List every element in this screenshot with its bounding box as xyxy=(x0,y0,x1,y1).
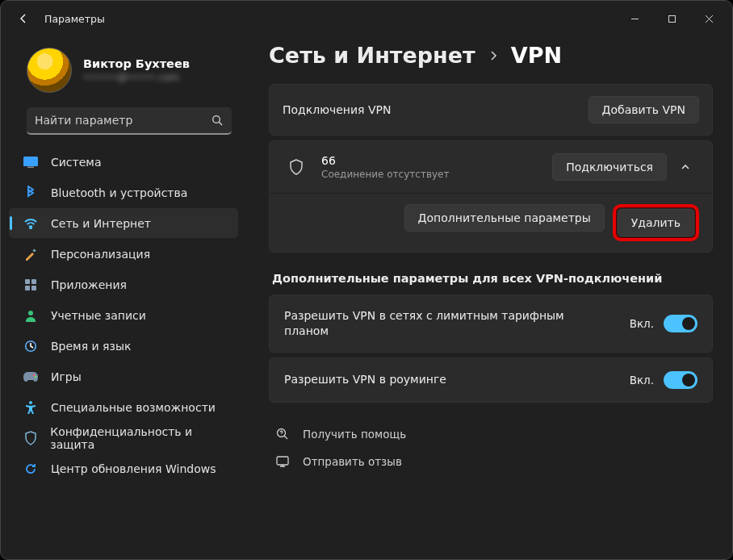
svg-rect-16 xyxy=(277,457,288,465)
sidebar-item-update[interactable]: Центр обновления Windows xyxy=(9,453,238,483)
sidebar-item-privacy[interactable]: Конфиденциальность и защита xyxy=(9,423,238,453)
toggle-metered-label: Разрешить VPN в сетях с лимитным тарифны… xyxy=(284,308,575,339)
breadcrumb-current: VPN xyxy=(511,43,562,68)
collapse-toggle[interactable] xyxy=(672,153,699,181)
toggle-roaming[interactable] xyxy=(664,371,697,389)
window-controls xyxy=(616,5,727,32)
chevron-right-icon xyxy=(487,49,500,62)
games-icon xyxy=(22,368,40,386)
svg-rect-3 xyxy=(27,166,34,168)
svg-rect-5 xyxy=(32,249,36,252)
privacy-icon xyxy=(22,429,39,447)
back-button[interactable] xyxy=(10,6,36,31)
profile-email: ••••••@•••••.com xyxy=(83,72,190,83)
toggle-metered-card: Разрешить VPN в сетях с лимитным тарифны… xyxy=(269,295,713,353)
sidebar-item-bluetooth[interactable]: Bluetooth и устройства xyxy=(9,178,238,207)
delete-highlight: Удалить xyxy=(613,204,699,241)
vpn-connections-card: Подключения VPN Добавить VPN xyxy=(269,84,713,136)
delete-button[interactable]: Удалить xyxy=(618,209,694,236)
settings-window: Параметры Виктор Бухтеев ••••••@•••••.co… xyxy=(0,0,733,560)
svg-rect-7 xyxy=(31,279,36,284)
vpn-item-actions: Дополнительные параметры Удалить xyxy=(270,193,712,252)
toggle-roaming-card: Разрешить VPN в роуминге Вкл. xyxy=(269,357,713,403)
svg-point-10 xyxy=(28,311,33,316)
feedback-icon xyxy=(274,454,291,469)
apps-icon xyxy=(22,276,40,294)
sidebar-item-accessibility[interactable]: Специальные возможности xyxy=(9,392,238,422)
titlebar: Параметры xyxy=(1,1,732,36)
add-vpn-button[interactable]: Добавить VPN xyxy=(588,96,699,123)
sidebar-item-accounts[interactable]: Учетные записи xyxy=(9,300,238,330)
toggle-roaming-state: Вкл. xyxy=(630,374,654,387)
vpn-item-name: 66 xyxy=(321,154,449,167)
shield-icon xyxy=(286,158,307,176)
sidebar-nav: СистемаBluetooth и устройстваСеть и Инте… xyxy=(4,144,241,484)
bluetooth-icon xyxy=(22,184,40,202)
vpn-item-card: 66 Соединение отсутствует Подключиться Д… xyxy=(269,140,713,253)
network-icon xyxy=(22,215,40,232)
arrow-left-icon xyxy=(17,12,30,25)
avatar xyxy=(27,48,72,93)
accessibility-icon xyxy=(22,399,40,416)
profile-block[interactable]: Виктор Бухтеев ••••••@•••••.com xyxy=(4,43,241,104)
personalize-icon xyxy=(22,245,40,263)
sidebar-item-label: Время и язык xyxy=(51,340,131,353)
help-icon xyxy=(274,427,291,441)
chevron-up-icon xyxy=(680,161,691,173)
sidebar-item-apps[interactable]: Приложения xyxy=(9,270,238,299)
svg-rect-2 xyxy=(23,157,38,166)
maximize-button[interactable] xyxy=(653,5,690,32)
feedback-link-label: Отправить отзыв xyxy=(303,455,402,468)
breadcrumb-parent[interactable]: Сеть и Интернет xyxy=(269,43,475,68)
close-button[interactable] xyxy=(690,5,727,32)
sidebar-item-time[interactable]: Время и язык xyxy=(9,331,238,361)
svg-point-4 xyxy=(30,227,31,228)
time-icon xyxy=(22,337,40,355)
vpn-connections-label: Подключения VPN xyxy=(283,103,391,116)
svg-point-14 xyxy=(29,401,32,404)
profile-name: Виктор Бухтеев xyxy=(83,57,190,70)
minimize-button[interactable] xyxy=(616,5,653,32)
maximize-icon xyxy=(668,15,676,23)
toggle-roaming-label: Разрешить VPN в роуминге xyxy=(284,372,446,387)
svg-rect-6 xyxy=(25,279,30,284)
sidebar: Виктор Бухтеев ••••••@•••••.com СистемаB… xyxy=(1,36,245,559)
advanced-section-title: Дополнительные параметры для всех VPN-по… xyxy=(272,272,713,285)
svg-point-12 xyxy=(33,374,35,375)
svg-rect-9 xyxy=(31,286,36,290)
sidebar-item-label: Bluetooth и устройства xyxy=(51,186,187,199)
help-link-label: Получить помощь xyxy=(303,428,406,441)
sidebar-item-label: Система xyxy=(51,156,101,169)
svg-point-1 xyxy=(213,116,220,123)
minimize-icon xyxy=(630,15,639,23)
toggle-metered-state: Вкл. xyxy=(630,317,654,330)
vpn-item-status: Соединение отсутствует xyxy=(321,169,449,180)
svg-point-13 xyxy=(35,375,36,377)
sidebar-item-network[interactable]: Сеть и Интернет xyxy=(9,208,238,238)
main-content: Сеть и Интернет VPN Подключения VPN Доба… xyxy=(245,36,732,559)
search-icon xyxy=(211,114,224,127)
advanced-params-button[interactable]: Дополнительные параметры xyxy=(404,204,605,232)
accounts-icon xyxy=(22,307,40,324)
toggle-metered[interactable] xyxy=(664,315,697,332)
sidebar-item-personalize[interactable]: Персонализация xyxy=(9,239,238,269)
connect-button[interactable]: Подключиться xyxy=(552,153,667,181)
breadcrumb: Сеть и Интернет VPN xyxy=(269,43,713,68)
sidebar-item-label: Игры xyxy=(51,370,82,383)
sidebar-item-label: Специальные возможности xyxy=(51,401,216,414)
close-icon xyxy=(705,15,714,23)
vpn-item-header[interactable]: 66 Соединение отсутствует Подключиться xyxy=(270,141,712,193)
sidebar-item-label: Учетные записи xyxy=(51,309,146,322)
feedback-link[interactable]: Отправить отзыв xyxy=(274,448,713,475)
search-input[interactable] xyxy=(35,114,211,127)
sidebar-item-games[interactable]: Игры xyxy=(9,361,238,391)
sidebar-item-label: Центр обновления Windows xyxy=(51,462,216,475)
svg-rect-8 xyxy=(25,286,30,290)
sidebar-item-label: Приложения xyxy=(51,278,127,291)
search-box[interactable] xyxy=(27,107,232,135)
sidebar-item-label: Персонализация xyxy=(51,248,150,261)
help-link[interactable]: Получить помощь xyxy=(274,420,713,448)
sidebar-item-system[interactable]: Система xyxy=(9,147,238,177)
svg-rect-0 xyxy=(668,15,675,22)
sidebar-item-label: Сеть и Интернет xyxy=(51,217,151,230)
